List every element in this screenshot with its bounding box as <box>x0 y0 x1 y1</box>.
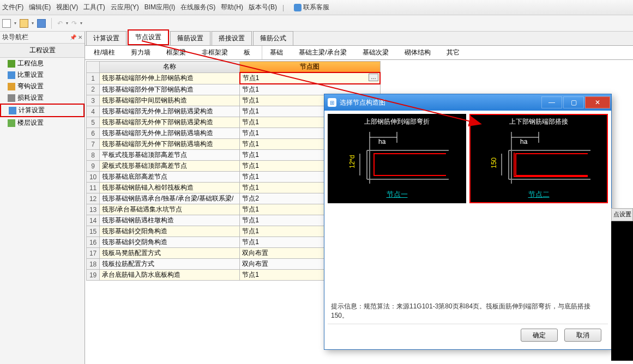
nav-header-title: 块导航栏 <box>2 33 28 42</box>
menu-bim[interactable]: BIM应用(I) <box>144 3 176 12</box>
secondary-tab-7[interactable]: 基础次梁 <box>355 46 397 59</box>
menu-view[interactable]: 视图(V) <box>56 3 78 12</box>
row-name[interactable]: 筏形基础端部无外伸下部钢筋遇墙构造 <box>100 139 240 150</box>
primary-tabs: 计算设置节点设置箍筋设置搭接设置箍筋公式 <box>85 32 633 46</box>
row-name[interactable]: 承台底筋锚入防水底板构造 <box>100 270 240 281</box>
redo-dropdown[interactable]: ▾ <box>80 21 82 26</box>
toolbar: ▾ ▾ ↶▾ ↷▾ <box>0 15 633 32</box>
row-value[interactable]: 节点1… <box>240 72 380 84</box>
dialog-icon: ⊞ <box>328 98 336 107</box>
row-name[interactable]: 筏形基础端部无外伸下部钢筋遇梁构造 <box>100 117 240 128</box>
secondary-tab-0[interactable]: 柱/墙柱 <box>86 46 123 59</box>
close-button[interactable]: ✕ <box>585 96 610 108</box>
right-strip-tab[interactable]: 点设置 <box>611 208 633 221</box>
row-name[interactable]: 筏形基础端部外伸上部钢筋构造 <box>100 72 240 84</box>
diagram-canvas: ha12*d <box>331 128 463 187</box>
nav-icon <box>8 83 15 90</box>
primary-tab-3[interactable]: 搭接设置 <box>212 31 252 45</box>
diagram-title: 上下部钢筋端部搭接 <box>473 117 605 126</box>
nav-icon <box>9 107 16 114</box>
ellipsis-button[interactable]: … <box>369 74 378 81</box>
secondary-tab-3[interactable]: 非框架梁 <box>194 46 236 59</box>
new-dropdown[interactable]: ▾ <box>14 21 16 26</box>
col-diagram[interactable]: 节点图 <box>240 62 380 73</box>
new-icon[interactable] <box>2 19 11 28</box>
primary-tab-0[interactable]: 计算设置 <box>86 31 126 45</box>
primary-tab-2[interactable]: 箍筋设置 <box>170 31 210 45</box>
row-name[interactable]: 筏形基础钢筋遇柱墩构造 <box>100 215 240 226</box>
menu-file[interactable]: 文件(F) <box>2 3 23 12</box>
menu-edit[interactable]: 编辑(E) <box>29 3 51 12</box>
node-dialog: ⊞ 选择节点构造图 — ▢ ✕ 上部钢筋伸到端部弯折ha12*d节点一上下部钢筋… <box>324 94 612 350</box>
dialog-titlebar[interactable]: ⊞ 选择节点构造图 — ▢ ✕ <box>324 94 611 111</box>
menu-tools[interactable]: 工具(T) <box>83 3 105 12</box>
secondary-tab-5[interactable]: 基础 <box>262 46 291 59</box>
row-number: 3 <box>87 95 100 106</box>
row-number: 13 <box>87 204 100 215</box>
pin-icon[interactable]: 📌 ✕ <box>70 34 82 40</box>
row-name[interactable]: 筏形/承台基础遇集水坑节点 <box>100 204 240 215</box>
nav-item-3[interactable]: 损耗设置 <box>0 92 85 104</box>
nav-item-label: 比重设置 <box>17 70 44 80</box>
dialog-footer: 确定 取消 <box>328 324 608 346</box>
menu-version[interactable]: 版本号(B) <box>249 3 277 12</box>
nav-item-1[interactable]: 比重设置 <box>0 69 85 81</box>
primary-tab-4[interactable]: 箍筋公式 <box>253 31 293 45</box>
nav-item-label: 弯钩设置 <box>17 82 44 91</box>
diagram-canvas: ha150 <box>473 128 605 187</box>
diagram-label: 节点二 <box>473 190 605 199</box>
cancel-button[interactable]: 取消 <box>564 329 601 342</box>
nav-item-label: 计算设置 <box>19 106 45 115</box>
nav-item-0[interactable]: 工程信息 <box>0 58 85 69</box>
primary-tab-1[interactable]: 节点设置 <box>128 29 169 45</box>
table-row[interactable]: 1筏形基础端部外伸上部钢筋构造节点1… <box>87 72 381 84</box>
svg-text:ha: ha <box>378 138 386 145</box>
row-number: 17 <box>87 248 100 259</box>
row-name[interactable]: 筏板拉筋配置方式 <box>100 259 240 270</box>
menu-online[interactable]: 在线服务(S) <box>180 3 215 12</box>
undo-icon[interactable]: ↶ <box>57 20 63 27</box>
col-name[interactable]: 名称 <box>100 62 240 73</box>
row-name[interactable]: 筏形基础斜交阳角构造 <box>100 226 240 237</box>
row-name[interactable]: 平板式筏形基础顶部高差节点 <box>100 150 240 161</box>
row-name[interactable]: 筏形基础端部无外伸上部钢筋遇墙构造 <box>100 128 240 139</box>
secondary-tab-4[interactable]: 板 <box>236 46 258 59</box>
diagram-option-1[interactable]: 上下部钢筋端部搭接ha150节点二 <box>469 114 608 203</box>
row-name[interactable]: 筏形基础端部外伸下部钢筋构造 <box>100 84 240 95</box>
secondary-tab-8[interactable]: 砌体结构 <box>397 46 439 59</box>
nav-item-4[interactable]: 计算设置 <box>0 104 85 117</box>
row-number: 2 <box>87 84 100 95</box>
nav-item-2[interactable]: 弯钩设置 <box>0 81 85 92</box>
row-name[interactable]: 筏形基础端部无外伸上部钢筋遇梁构造 <box>100 106 240 117</box>
col-rownum[interactable] <box>87 62 100 73</box>
secondary-tab-9[interactable]: 其它 <box>439 46 468 59</box>
redo-icon[interactable]: ↷ <box>71 20 77 27</box>
undo-dropdown[interactable]: ▾ <box>66 21 68 26</box>
save-icon[interactable] <box>37 19 46 28</box>
row-number: 7 <box>87 139 100 150</box>
row-name[interactable]: 筏形基础钢筋锚入相邻筏板构造 <box>100 183 240 193</box>
row-name[interactable]: 筏形基础端部中间层钢筋构造 <box>100 95 240 106</box>
minimize-button[interactable]: — <box>541 96 562 108</box>
hint-text: 提示信息：规范算法：来源11G101-3第80页和84页。筏板面筋伸到端部弯折，… <box>328 296 608 324</box>
row-name[interactable]: 梁板式筏形基础顶部高差节点 <box>100 161 240 172</box>
row-name[interactable]: 筏形基础底部高差节点 <box>100 172 240 183</box>
row-name[interactable]: 筏形基础钢筋遇承台/独基/承台梁/基础联系梁/ <box>100 193 240 204</box>
row-number: 15 <box>87 226 100 237</box>
open-dropdown[interactable]: ▾ <box>32 21 34 26</box>
ok-button[interactable]: 确定 <box>521 329 558 342</box>
open-icon[interactable] <box>20 19 28 28</box>
menu-cloud[interactable]: 云应用(Y) <box>111 3 139 12</box>
menu-bar: 文件(F) 编辑(E) 视图(V) 工具(T) 云应用(Y) BIM应用(I) … <box>0 0 633 15</box>
maximize-button[interactable]: ▢ <box>563 96 584 108</box>
row-name[interactable]: 筏板马凳筋配置方式 <box>100 248 240 259</box>
secondary-tab-2[interactable]: 框架梁 <box>159 46 194 59</box>
secondary-tab-6[interactable]: 基础主梁/承台梁 <box>291 46 354 59</box>
diagram-option-0[interactable]: 上部钢筋伸到端部弯折ha12*d节点一 <box>328 114 466 203</box>
diagram-label: 节点一 <box>331 190 463 199</box>
menu-help[interactable]: 帮助(H) <box>221 3 243 12</box>
row-name[interactable]: 筏形基础斜交阴角构造 <box>100 237 240 248</box>
nav-item-5[interactable]: 楼层设置 <box>0 117 85 129</box>
contact-support[interactable]: 联系客服 <box>294 3 329 12</box>
secondary-tab-1[interactable]: 剪力墙 <box>123 46 159 59</box>
